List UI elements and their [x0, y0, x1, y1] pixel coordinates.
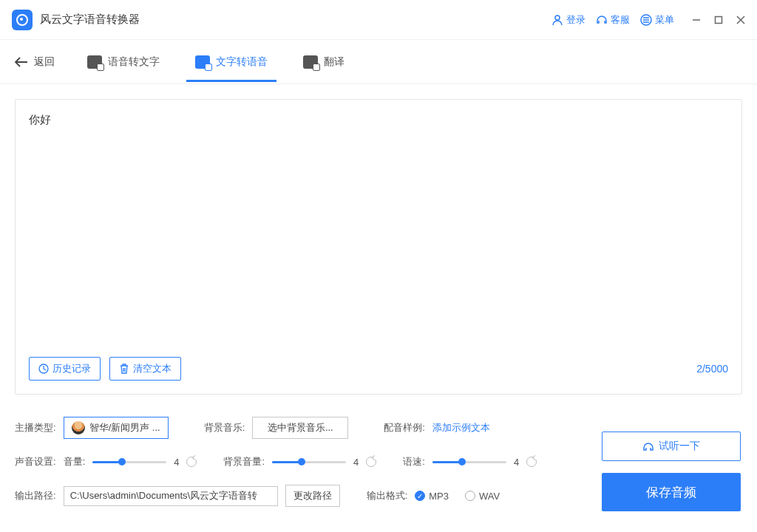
format-label: 输出格式:	[367, 489, 408, 502]
back-button[interactable]: 返回	[15, 55, 55, 69]
translate-icon	[303, 55, 318, 69]
tab-bar: 返回 语音转文字 文字转语音 翻译	[0, 40, 757, 84]
support-button[interactable]: 客服	[596, 13, 630, 27]
format-wav-radio[interactable]: WAV	[465, 491, 500, 502]
tab-label: 文字转语音	[216, 55, 268, 69]
headphones-icon	[642, 440, 654, 452]
anchor-select[interactable]: 智华/新闻男声 ...	[64, 417, 169, 439]
char-count: 2/5000	[696, 363, 728, 375]
volume-reset[interactable]	[186, 457, 197, 467]
anchor-value: 智华/新闻男声 ...	[89, 421, 160, 434]
clear-label: 清空文本	[133, 362, 172, 375]
support-label: 客服	[611, 13, 630, 27]
menu-icon	[640, 14, 652, 26]
speed-slider[interactable]	[432, 457, 506, 467]
bgm-vol-label: 背景音量:	[223, 455, 265, 468]
volume-label: 音量:	[64, 455, 86, 468]
minimize-button[interactable]	[692, 16, 701, 24]
user-icon	[551, 14, 563, 26]
arrow-left-icon	[15, 57, 28, 67]
speed-label: 语速:	[403, 455, 425, 468]
mic-icon	[87, 55, 102, 69]
clear-button[interactable]: 清空文本	[109, 357, 181, 381]
history-button[interactable]: 历史记录	[29, 357, 101, 381]
sound-settings-label: 声音设置:	[15, 455, 56, 468]
save-audio-button[interactable]: 保存音频	[602, 473, 741, 511]
speed-reset[interactable]	[526, 457, 537, 467]
text-panel: 历史记录 清空文本 2/5000	[15, 99, 742, 395]
app-title: 风云文字语音转换器	[40, 13, 140, 27]
text-input[interactable]	[29, 113, 728, 349]
tab-speech-to-text[interactable]: 语音转文字	[84, 42, 163, 82]
app-logo	[12, 10, 33, 30]
menu-button[interactable]: 菜单	[640, 13, 674, 27]
bgm-select[interactable]: 选中背景音乐...	[252, 417, 348, 439]
headset-icon	[596, 14, 608, 26]
tab-translate[interactable]: 翻译	[300, 42, 347, 82]
format-mp3-radio[interactable]: MP3	[415, 491, 449, 502]
main-area: 历史记录 清空文本 2/5000	[0, 84, 757, 409]
login-button[interactable]: 登录	[551, 13, 585, 27]
tab-label: 语音转文字	[108, 55, 160, 69]
svg-point-0	[555, 16, 560, 20]
bgm-vol-value: 4	[353, 457, 359, 468]
volume-slider[interactable]	[92, 457, 166, 467]
preview-button[interactable]: 试听一下	[602, 432, 741, 461]
preview-label: 试听一下	[659, 440, 700, 453]
bgm-volume-slider[interactable]	[272, 457, 346, 467]
bgm-value: 选中背景音乐...	[268, 421, 333, 434]
bgm-vol-reset[interactable]	[366, 457, 376, 467]
avatar-icon	[72, 421, 85, 434]
speed-value: 4	[514, 457, 519, 468]
menu-label: 菜单	[655, 13, 674, 27]
svg-rect-2	[716, 16, 722, 23]
save-label: 保存音频	[646, 484, 696, 501]
sample-label: 配音样例:	[384, 421, 425, 434]
change-path-button[interactable]: 更改路径	[285, 485, 340, 507]
path-label: 输出路径:	[15, 489, 56, 502]
output-path-input[interactable]	[64, 486, 278, 506]
add-sample-button[interactable]: 添加示例文本	[432, 421, 490, 434]
tab-label: 翻译	[324, 55, 344, 69]
bgm-label: 背景音乐:	[204, 421, 245, 434]
trash-icon	[119, 364, 129, 374]
text-icon	[195, 55, 210, 69]
close-button[interactable]	[736, 16, 745, 24]
titlebar: 风云文字语音转换器 登录 客服 菜单	[0, 0, 757, 40]
volume-value: 4	[174, 457, 179, 468]
back-label: 返回	[34, 55, 55, 69]
anchor-label: 主播类型:	[15, 421, 56, 434]
maximize-button[interactable]	[714, 16, 723, 24]
login-label: 登录	[566, 13, 585, 27]
tab-text-to-speech[interactable]: 文字转语音	[192, 42, 271, 82]
history-label: 历史记录	[52, 362, 91, 375]
clock-icon	[38, 364, 49, 374]
